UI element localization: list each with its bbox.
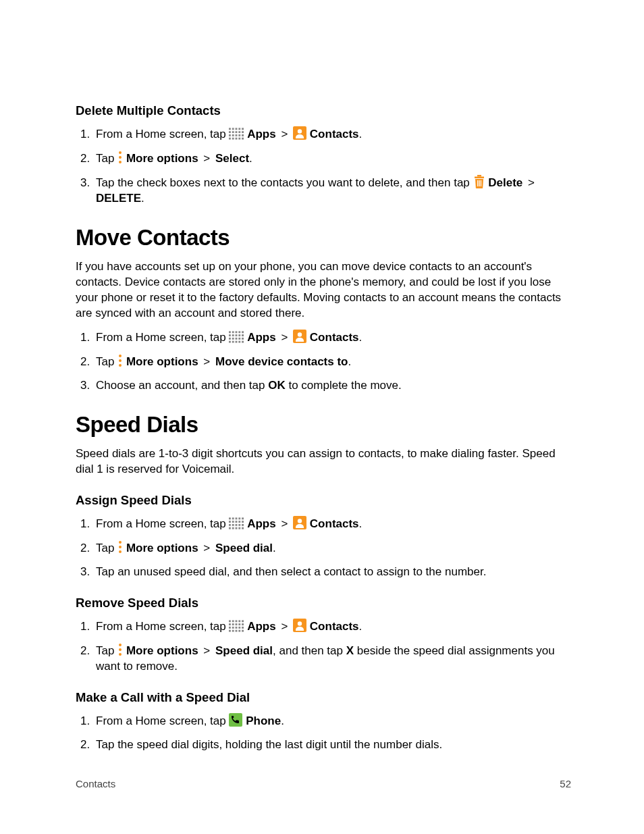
label-phone: Phone (246, 714, 281, 727)
label-x: X (346, 644, 354, 657)
list-remove-speed-dials: From a Home screen, tap Apps > Contacts.… (76, 619, 571, 675)
text: Tap (96, 644, 117, 657)
list-item: Tap More options > Move device contacts … (93, 354, 571, 370)
list-item: From a Home screen, tap Apps > Contacts. (93, 619, 571, 635)
label-delete: Delete (488, 176, 522, 189)
period: . (249, 152, 252, 165)
phone-icon (229, 713, 242, 727)
text: Tap the speed dial digits, holding the l… (96, 738, 442, 751)
more-options-icon (117, 151, 123, 164)
footer-section: Contacts (76, 777, 115, 791)
heading-assign-speed-dials: Assign Speed Dials (76, 492, 571, 509)
list-move-contacts: From a Home screen, tap Apps > Contacts.… (76, 330, 571, 394)
more-options-icon (117, 354, 123, 367)
page-footer: Contacts 52 (76, 777, 571, 791)
separator: > (203, 542, 210, 554)
contacts-icon (293, 330, 306, 343)
label-ok: OK (268, 379, 286, 392)
text: From a Home screen, tap (96, 714, 229, 727)
label-contacts: Contacts (310, 331, 359, 344)
list-item: Tap More options > Select. (93, 151, 571, 167)
label-contacts: Contacts (310, 128, 359, 140)
label-move-device: Move device contacts to (215, 355, 348, 368)
list-item: From a Home screen, tap Apps > Contacts. (93, 330, 571, 346)
period: . (273, 542, 276, 554)
apps-icon (229, 128, 244, 140)
heading-make-call-speed-dial: Make a Call with a Speed Dial (76, 689, 571, 706)
list-item: Tap the check boxes next to the contacts… (93, 175, 571, 207)
more-options-icon (117, 643, 123, 656)
label-contacts: Contacts (310, 517, 359, 530)
label-apps: Apps (247, 128, 276, 140)
more-options-icon (117, 540, 123, 554)
apps-icon (229, 517, 244, 529)
period: . (359, 128, 363, 140)
text: to complete the move. (286, 379, 402, 392)
separator: > (528, 176, 535, 189)
list-make-call-speed-dial: From a Home screen, tap Phone. Tap the s… (76, 713, 571, 753)
label-more-options: More options (126, 355, 198, 368)
text: Tap (96, 152, 117, 165)
text: Tap an unused speed dial, and then selec… (96, 565, 486, 578)
label-apps: Apps (247, 517, 276, 530)
separator: > (281, 128, 288, 140)
period: . (141, 192, 144, 205)
label-select: Select (215, 152, 249, 165)
separator: > (281, 517, 288, 530)
label-apps: Apps (247, 331, 276, 344)
list-item: Tap an unused speed dial, and then selec… (93, 565, 571, 580)
contacts-icon (293, 619, 306, 632)
list-assign-speed-dials: From a Home screen, tap Apps > Contacts.… (76, 516, 571, 580)
list-delete-multiple: From a Home screen, tap Apps > Contacts.… (76, 126, 571, 207)
text: From a Home screen, tap (96, 331, 229, 344)
contacts-icon (293, 516, 306, 529)
period: . (281, 714, 284, 727)
text: Choose an account, and then tap (96, 379, 268, 392)
separator: > (203, 644, 210, 657)
label-contacts: Contacts (310, 620, 359, 633)
heading-delete-multiple-contacts: Delete Multiple Contacts (76, 103, 571, 120)
text: , and then tap (273, 644, 346, 657)
document-page: Delete Multiple Contacts From a Home scr… (0, 0, 644, 834)
separator: > (203, 152, 210, 165)
label-apps: Apps (247, 620, 276, 633)
text: From a Home screen, tap (96, 620, 229, 633)
label-more-options: More options (126, 644, 198, 657)
apps-icon (229, 331, 244, 343)
label-speed-dial: Speed dial (215, 644, 273, 657)
apps-icon (229, 620, 244, 632)
list-item: Tap the speed dial digits, holding the l… (93, 737, 571, 753)
list-item: From a Home screen, tap Apps > Contacts. (93, 516, 571, 532)
list-item: From a Home screen, tap Apps > Contacts. (93, 126, 571, 142)
period: . (359, 517, 363, 530)
separator: > (281, 620, 288, 633)
period: . (348, 355, 352, 368)
text: From a Home screen, tap (96, 128, 229, 140)
list-item: Choose an account, and then tap OK to co… (93, 378, 571, 394)
label-more-options: More options (126, 542, 198, 554)
list-item: Tap More options > Speed dial, and then … (93, 643, 571, 675)
label-speed-dial: Speed dial (215, 542, 273, 554)
text: Tap (96, 355, 117, 368)
label-more-options: More options (126, 152, 198, 165)
period: . (359, 331, 363, 344)
label-delete-caps: DELETE (96, 192, 141, 205)
separator: > (203, 355, 210, 368)
footer-page-number: 52 (560, 777, 571, 791)
text: Tap (96, 542, 117, 554)
text: From a Home screen, tap (96, 517, 229, 530)
trash-icon (473, 175, 485, 188)
heading-move-contacts: Move Contacts (76, 223, 571, 253)
heading-speed-dials: Speed Dials (76, 410, 571, 440)
heading-remove-speed-dials: Remove Speed Dials (76, 595, 571, 612)
list-item: Tap More options > Speed dial. (93, 540, 571, 556)
paragraph-speed-dials: Speed dials are 1-to-3 digit shortcuts y… (76, 446, 571, 477)
paragraph-move-contacts: If you have accounts set up on your phon… (76, 259, 571, 321)
text: Tap the check boxes next to the contacts… (96, 176, 473, 189)
period: . (359, 620, 363, 633)
separator: > (281, 331, 288, 344)
list-item: From a Home screen, tap Phone. (93, 713, 571, 729)
contacts-icon (293, 126, 306, 140)
